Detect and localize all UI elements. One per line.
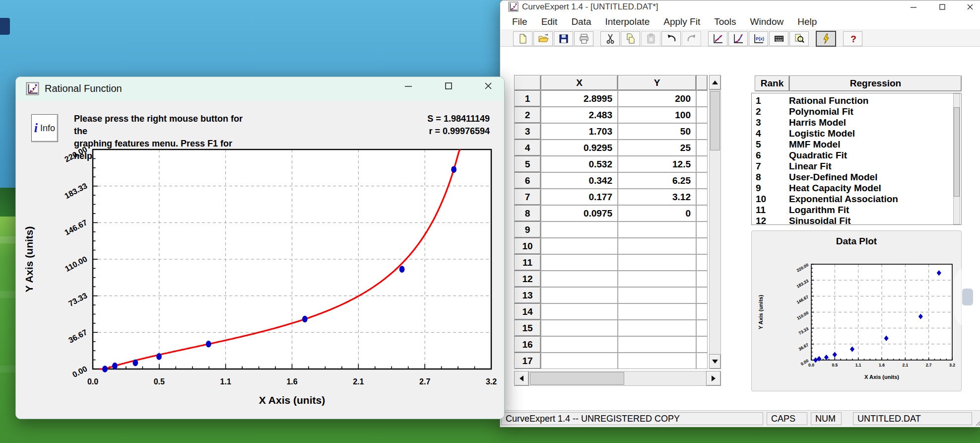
- cell-y-6[interactable]: 6.25: [618, 172, 696, 189]
- scroll-down-button[interactable]: [709, 354, 721, 369]
- cell-y-1[interactable]: 200: [618, 90, 696, 107]
- help-button[interactable]: ?: [843, 31, 862, 46]
- minimize-button[interactable]: [903, 0, 924, 13]
- cell-x-12[interactable]: [541, 271, 618, 287]
- cell-x-7[interactable]: 0.177: [541, 189, 618, 205]
- regression-item-2[interactable]: 2Polynomial Fit: [752, 106, 961, 117]
- menu-data[interactable]: Data: [564, 15, 598, 28]
- cell-y-11[interactable]: [618, 254, 696, 271]
- cell-x-2[interactable]: 2.483: [541, 107, 618, 123]
- cell-y-13[interactable]: [618, 287, 696, 303]
- print-button[interactable]: [574, 31, 593, 46]
- cell-x-16[interactable]: [541, 336, 618, 353]
- row-header-9[interactable]: 9: [514, 222, 541, 238]
- row-header-1[interactable]: 1: [514, 90, 541, 107]
- save-file-button[interactable]: [554, 31, 573, 46]
- fit-minimize-button[interactable]: [397, 82, 420, 96]
- cell-y-2[interactable]: 100: [618, 107, 696, 123]
- open-file-button[interactable]: [533, 31, 553, 46]
- horizontal-scroll-thumb[interactable]: [530, 372, 624, 385]
- cell-y-10[interactable]: [618, 238, 696, 254]
- regression-scroll-thumb[interactable]: [954, 107, 960, 197]
- row-header-3[interactable]: 3: [514, 123, 541, 140]
- vertical-scroll-thumb[interactable]: [710, 91, 720, 150]
- menu-window[interactable]: Window: [743, 15, 791, 28]
- fit-curve-button[interactable]: [728, 31, 748, 46]
- fit-close-button[interactable]: [477, 82, 500, 96]
- polynomial-button[interactable]: P(x): [749, 31, 768, 46]
- cell-x-1[interactable]: 2.8995: [541, 90, 618, 107]
- row-header-11[interactable]: 11: [514, 254, 541, 271]
- cell-x-4[interactable]: 0.9295: [541, 140, 618, 156]
- menu-interpolate[interactable]: Interpolate: [598, 15, 657, 28]
- cell-x-10[interactable]: [541, 238, 618, 254]
- resize-grip[interactable]: [975, 420, 980, 426]
- cell-y-8[interactable]: 0: [618, 205, 696, 222]
- desktop-icon-fragment[interactable]: [0, 18, 10, 35]
- regression-item-7[interactable]: 7Linear Fit: [752, 161, 961, 172]
- calculator-button[interactable]: [769, 31, 788, 46]
- fit-linear-button[interactable]: [708, 31, 727, 46]
- menu-apply-fit[interactable]: Apply Fit: [656, 15, 707, 28]
- cell-x-5[interactable]: 0.532: [541, 156, 618, 172]
- row-header-2[interactable]: 2: [514, 107, 541, 123]
- redo-button[interactable]: [682, 31, 701, 46]
- cell-x-9[interactable]: [541, 222, 618, 238]
- cell-x-11[interactable]: [541, 254, 618, 271]
- row-header-7[interactable]: 7: [514, 189, 541, 205]
- regression-item-5[interactable]: 5MMF Model: [752, 139, 961, 150]
- cell-y-9[interactable]: [618, 222, 696, 238]
- cut-button[interactable]: [600, 31, 620, 46]
- main-titlebar[interactable]: CurveExpert 1.4 - [UNTITLED.DAT*]: [500, 0, 980, 13]
- scroll-left-button[interactable]: [514, 371, 529, 386]
- cell-y-17[interactable]: [618, 353, 696, 369]
- cell-x-15[interactable]: [541, 320, 618, 336]
- cell-x-6[interactable]: 0.342: [541, 172, 618, 189]
- row-header-5[interactable]: 5: [514, 156, 541, 172]
- regression-item-3[interactable]: 3Harris Model: [752, 117, 961, 128]
- regression-item-12[interactable]: 12Sinusoidal Fit: [752, 216, 961, 225]
- regression-column-header[interactable]: Regression: [789, 75, 962, 91]
- cell-y-5[interactable]: 12.5: [618, 156, 696, 172]
- paste-button[interactable]: [641, 31, 660, 46]
- regression-item-10[interactable]: 10Exponential Association: [752, 194, 961, 205]
- menu-file[interactable]: File: [505, 15, 534, 28]
- regression-item-6[interactable]: 6Quadratic Fit: [752, 150, 961, 161]
- column-header-y[interactable]: Y: [618, 75, 696, 90]
- column-header-x[interactable]: X: [541, 75, 618, 90]
- cell-y-16[interactable]: [618, 336, 696, 353]
- cell-x-14[interactable]: [541, 303, 618, 320]
- cell-x-3[interactable]: 1.703: [541, 123, 618, 140]
- regression-item-1[interactable]: 1Rational Function: [752, 95, 961, 106]
- cell-x-13[interactable]: [541, 287, 618, 303]
- info-button[interactable]: i Info: [31, 114, 58, 142]
- fit-window-titlebar[interactable]: Rational Function: [16, 77, 504, 101]
- scroll-up-button[interactable]: [709, 75, 721, 90]
- regression-ranking-list[interactable]: 1Rational Function2Polynomial Fit3Harris…: [751, 93, 962, 225]
- row-header-13[interactable]: 13: [514, 287, 541, 303]
- row-header-15[interactable]: 15: [514, 320, 541, 336]
- menu-edit[interactable]: Edit: [534, 15, 565, 28]
- cell-y-4[interactable]: 25: [618, 140, 696, 156]
- copy-button[interactable]: [621, 31, 640, 46]
- menu-tools[interactable]: Tools: [707, 15, 743, 28]
- cell-y-15[interactable]: [618, 320, 696, 336]
- undo-button[interactable]: [661, 31, 681, 46]
- touch-indicator-overlay[interactable]: [954, 267, 980, 327]
- regression-item-11[interactable]: 11Logarithm Fit: [752, 205, 961, 216]
- row-header-4[interactable]: 4: [514, 140, 541, 156]
- row-header-10[interactable]: 10: [514, 238, 541, 254]
- inspect-button[interactable]: [789, 31, 809, 46]
- cell-x-17[interactable]: [541, 353, 618, 369]
- new-file-button[interactable]: [513, 31, 532, 46]
- cell-y-12[interactable]: [618, 271, 696, 287]
- maximize-button[interactable]: [931, 0, 953, 13]
- lightning-button[interactable]: [816, 31, 836, 47]
- regression-item-8[interactable]: 8User-Defined Model: [752, 172, 961, 183]
- rank-column-header[interactable]: Rank: [755, 75, 789, 91]
- row-header-16[interactable]: 16: [514, 336, 541, 353]
- regression-item-9[interactable]: 9Heat Capacity Model: [752, 183, 961, 194]
- corner-header-cell[interactable]: [514, 75, 541, 90]
- fit-chart[interactable]: 0.00.000.536.671.173.331.6110.002.1146.6…: [21, 144, 502, 412]
- row-header-12[interactable]: 12: [514, 271, 541, 287]
